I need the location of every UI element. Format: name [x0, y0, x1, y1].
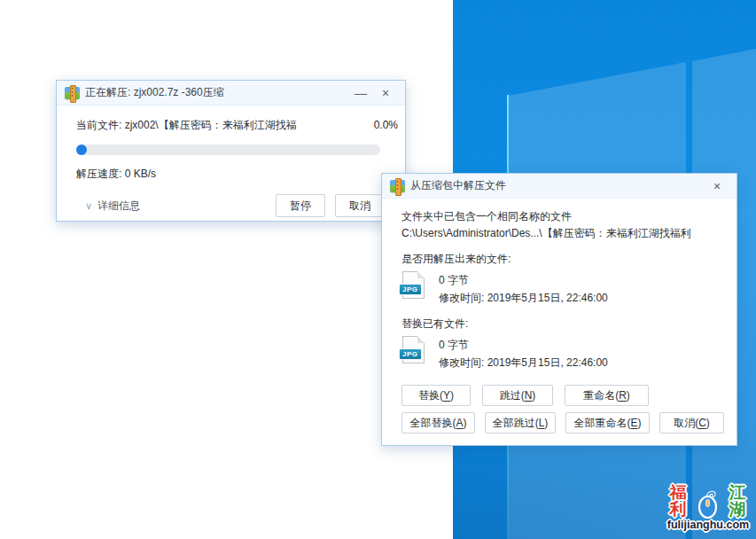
chevron-down-icon: ∨ — [85, 200, 92, 212]
close-button[interactable]: × — [705, 176, 729, 197]
existing-file-size: 0 字节 — [439, 336, 608, 354]
minimize-button[interactable]: — — [348, 82, 373, 104]
current-file-label: 当前文件: zjx002\【解压密码：来福利江湖找福 — [76, 118, 374, 133]
progress-percent-label: 0.0% — [374, 119, 398, 131]
rename-button[interactable]: 重命名(R) — [565, 385, 649, 406]
watermark-domain: fulijianghu.com — [661, 519, 755, 531]
close-button[interactable]: × — [373, 82, 398, 104]
conflict-file-path: C:\Users\Administrator\Des...\【解压密码：来福利江… — [401, 225, 719, 242]
extract-speed-label: 解压速度: 0 KB/s — [57, 155, 405, 182]
existing-file-info: JPG 0 字节 修改时间: 2019年5月15日, 22:46:00 — [401, 336, 719, 371]
new-file-modified: 修改时间: 2019年5月15日, 22:46:00 — [439, 289, 608, 307]
pause-button[interactable]: 暂停 — [276, 194, 325, 217]
skip-all-button[interactable]: 全部跳过(L) — [485, 412, 556, 434]
extract-progress-titlebar[interactable]: 正在解压: zjx002.7z -360压缩 — × — [57, 81, 405, 105]
new-file-size: 0 字节 — [439, 271, 608, 289]
new-file-heading: 是否用解压出来的文件: — [401, 251, 719, 267]
jpg-file-icon: JPG — [402, 336, 425, 363]
progress-bar-fill — [76, 145, 87, 155]
jpg-badge: JPG — [399, 284, 422, 295]
existing-file-modified: 修改时间: 2019年5月15日, 22:46:00 — [439, 354, 608, 371]
skip-button[interactable]: 跳过(N) — [482, 385, 553, 406]
watermark-brand-right: 江湖 — [721, 484, 755, 518]
cancel-button[interactable]: 取消 — [335, 194, 385, 217]
existing-file-heading: 替换已有文件: — [401, 316, 719, 332]
new-file-info: JPG 0 字节 修改时间: 2019年5月15日, 22:46:00 — [401, 271, 719, 307]
conflict-message: 文件夹中已包含一个相同名称的文件 — [401, 208, 719, 225]
dialog-title: 从压缩包中解压文件 — [410, 178, 705, 193]
jpg-file-icon: JPG — [402, 271, 425, 299]
jpg-badge: JPG — [399, 348, 422, 360]
overwrite-confirm-dialog: 从压缩包中解压文件 × 文件夹中已包含一个相同名称的文件 C:\Users\Ad… — [381, 173, 737, 446]
progress-bar — [76, 145, 380, 155]
replace-all-button[interactable]: 全部替换(A) — [401, 412, 475, 434]
archive-zip-icon — [65, 87, 80, 99]
extract-progress-dialog: 正在解压: zjx002.7z -360压缩 — × 当前文件: zjx002\… — [56, 80, 406, 222]
cancel-button[interactable]: 取消(C) — [659, 412, 724, 434]
fulijianghu-watermark: 福利 江湖 fulijianghu.com — [661, 484, 755, 531]
rename-all-button[interactable]: 全部重命名(E) — [565, 412, 650, 434]
replace-button[interactable]: 替换(Y) — [401, 385, 471, 406]
details-toggle-label: 详细信息 — [97, 199, 140, 214]
watermark-brand-left: 福利 — [661, 484, 696, 518]
overwrite-confirm-titlebar[interactable]: 从压缩包中解压文件 × — [382, 174, 737, 199]
dialog-title: 正在解压: zjx002.7z -360压缩 — [85, 85, 348, 100]
archive-zip-icon — [390, 180, 405, 192]
mouse-icon — [698, 490, 719, 519]
details-toggle[interactable]: ∨ 详细信息 — [85, 199, 140, 214]
